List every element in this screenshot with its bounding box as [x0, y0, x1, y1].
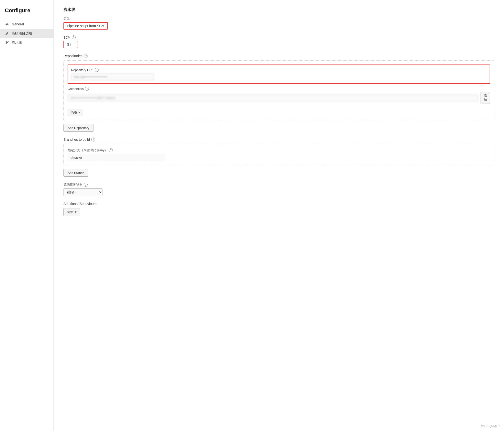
branches-section: Branches to build ? 指定分支（为空时代表any） ? Add… [63, 138, 494, 177]
sidebar-item-advanced[interactable]: 高级项目选项 [0, 29, 53, 38]
xinzeng-chevron-icon: ▾ [75, 210, 77, 214]
repo-url-box: Repository URL ? [68, 65, 490, 84]
pipeline-section-title: 流水线 [63, 7, 494, 12]
repo-url-input[interactable] [71, 73, 154, 80]
svg-point-3 [8, 42, 9, 42]
scm-help-icon[interactable]: ? [72, 35, 76, 39]
repositories-box: Repository URL ? Credentials ? 添加 [63, 60, 494, 120]
sidebar: Configure General 高级项目选项 [0, 0, 54, 431]
definition-select[interactable]: Pipeline script from SCM [63, 22, 108, 30]
source-browser-select[interactable]: (自动) [63, 188, 103, 196]
add-branch-button[interactable]: Add Branch [63, 169, 88, 177]
gear-icon [5, 22, 9, 26]
branches-help-icon[interactable]: ? [91, 138, 95, 141]
credentials-row: 添加 [68, 92, 490, 104]
branch-spec-label: 指定分支（为空时代表any） ? [68, 148, 490, 152]
credentials-label: Credentials ? [68, 87, 490, 91]
definition-section: 定义 Pipeline script from SCM [63, 16, 494, 30]
repo-url-label: Repository URL ? [71, 68, 487, 72]
source-browser-section: 源码库浏览器 ? (自动) [63, 183, 494, 196]
sidebar-item-pipeline[interactable]: 流水线 [0, 38, 53, 47]
source-browser-label: 源码库浏览器 ? [63, 183, 494, 187]
repositories-section: Repositories ? Repository URL ? Credenti… [63, 54, 494, 132]
watermark: CSDN @小欢仔 [481, 424, 500, 428]
additional-behaviours-section: Additional Behaviours 新增 ▾ [63, 202, 494, 216]
xinzeng-button[interactable]: 新增 ▾ [63, 208, 80, 216]
sidebar-item-general-label: General [12, 22, 24, 26]
page-title: Configure [0, 5, 53, 20]
wrench-icon [5, 31, 9, 36]
repositories-help-icon[interactable]: ? [84, 54, 88, 58]
repositories-label: Repositories ? [63, 54, 494, 58]
repo-url-help-icon[interactable]: ? [95, 68, 99, 72]
scm-section: SCM ? Git [63, 35, 494, 48]
advanced-section: 高级 ▾ [68, 106, 490, 116]
branch-icon [5, 41, 9, 45]
sidebar-item-advanced-label: 高级项目选项 [12, 31, 32, 36]
main-content: 流水线 定义 Pipeline script from SCM SCM ? Gi… [54, 0, 504, 431]
scm-label: SCM ? [63, 35, 494, 39]
branches-box: 指定分支（为空时代表any） ? [63, 144, 494, 165]
definition-label: 定义 [63, 16, 494, 21]
additional-behaviours-label: Additional Behaviours [63, 202, 494, 206]
branch-spec-help-icon[interactable]: ? [109, 148, 113, 152]
branches-label: Branches to build ? [63, 138, 494, 141]
chevron-down-icon: ▾ [78, 110, 80, 114]
source-browser-help-icon[interactable]: ? [84, 183, 88, 187]
svg-point-1 [6, 42, 7, 42]
add-repository-button[interactable]: Add Repository [63, 124, 93, 132]
scm-select[interactable]: Git [63, 41, 78, 48]
add-credential-button[interactable]: 添加 [481, 92, 490, 104]
credentials-input[interactable] [68, 94, 478, 101]
credentials-section: Credentials ? 添加 [68, 87, 490, 104]
svg-point-2 [6, 43, 7, 44]
svg-point-0 [7, 24, 8, 25]
sidebar-item-pipeline-label: 流水线 [12, 41, 22, 45]
branch-spec-input[interactable] [68, 154, 165, 161]
credentials-help-icon[interactable]: ? [85, 87, 89, 91]
sidebar-item-general[interactable]: General [0, 20, 53, 29]
advanced-button[interactable]: 高级 ▾ [68, 109, 83, 116]
